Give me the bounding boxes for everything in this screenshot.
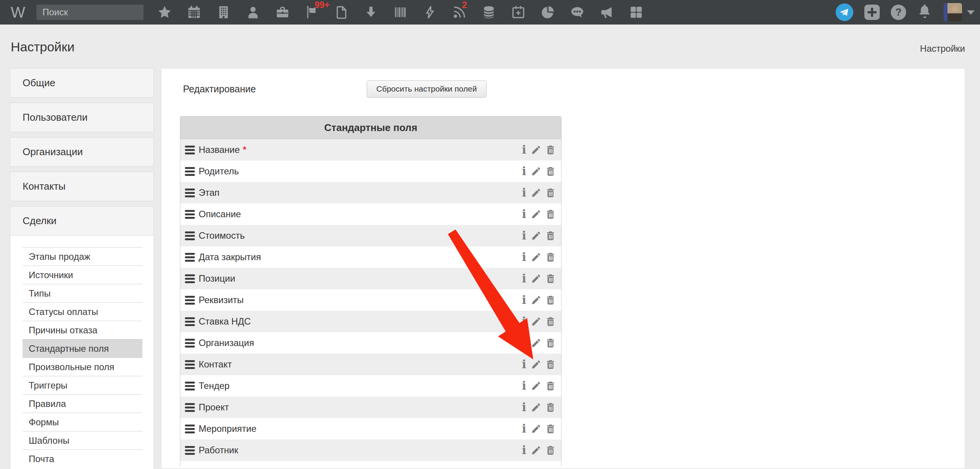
edit-pencil-icon[interactable] [531, 295, 541, 305]
calendar-plus-icon[interactable] [511, 5, 526, 20]
edit-pencil-icon[interactable] [531, 359, 541, 370]
delete-trash-icon[interactable] [545, 209, 556, 220]
edit-pencil-icon[interactable] [531, 166, 541, 177]
drag-handle-icon[interactable] [185, 274, 195, 283]
delete-trash-icon[interactable] [545, 187, 556, 198]
edit-pencil-icon[interactable] [531, 209, 541, 220]
edit-pencil-icon[interactable] [531, 230, 541, 241]
drag-handle-icon[interactable] [185, 146, 195, 154]
app-logo[interactable]: W [11, 4, 28, 21]
edit-pencil-icon[interactable] [531, 423, 541, 434]
submenu-item-custom-fields[interactable]: Произвольные поля [23, 357, 142, 376]
edit-pencil-icon[interactable] [531, 338, 541, 348]
sidebar-item-deals[interactable]: Сделки [10, 206, 154, 236]
info-icon[interactable]: i [521, 251, 527, 263]
info-icon[interactable]: i [521, 230, 527, 241]
drag-handle-icon[interactable] [185, 189, 195, 197]
briefcase-icon[interactable] [275, 5, 290, 20]
file-icon[interactable] [334, 5, 349, 20]
info-icon[interactable]: i [521, 208, 527, 220]
info-icon[interactable]: i [521, 316, 527, 327]
telegram-icon[interactable] [836, 3, 853, 21]
help-question-icon[interactable]: ? [891, 5, 906, 20]
delete-trash-icon[interactable] [545, 338, 556, 348]
delete-trash-icon[interactable] [545, 423, 556, 434]
submenu-item-mail[interactable]: Почта [23, 449, 142, 468]
drag-handle-icon[interactable] [185, 231, 195, 240]
submenu-item-payment-statuses[interactable]: Статусы оплаты [23, 302, 142, 321]
flag-icon[interactable]: 99+ [305, 5, 319, 20]
info-icon[interactable]: i [521, 187, 527, 198]
calendar-icon[interactable] [187, 5, 201, 20]
sidebar-item-contacts[interactable]: Контакты [10, 172, 154, 201]
sidebar-item-general[interactable]: Общие [10, 68, 154, 98]
download-arrow-icon[interactable] [364, 5, 378, 20]
drag-handle-icon[interactable] [185, 446, 195, 455]
edit-pencil-icon[interactable] [531, 380, 541, 391]
delete-trash-icon[interactable] [545, 252, 556, 262]
submenu-item-rules[interactable]: Правила [23, 394, 142, 413]
barcode-icon[interactable] [393, 5, 408, 20]
drag-handle-icon[interactable] [185, 253, 195, 262]
drag-handle-icon[interactable] [185, 317, 195, 326]
edit-pencil-icon[interactable] [531, 445, 541, 456]
drag-handle-icon[interactable] [185, 210, 195, 219]
rss-icon[interactable]: 2 [452, 5, 467, 20]
drag-handle-icon[interactable] [185, 339, 195, 348]
submenu-item-standard-fields[interactable]: Стандартные поля [23, 339, 142, 357]
submenu-item-forms[interactable]: Формы [23, 413, 142, 431]
delete-trash-icon[interactable] [545, 273, 556, 284]
bolt-icon[interactable] [423, 5, 437, 20]
star-icon[interactable] [157, 5, 172, 20]
delete-trash-icon[interactable] [545, 402, 556, 413]
info-icon[interactable]: i [521, 166, 527, 177]
add-plus-icon[interactable] [864, 5, 880, 20]
user-avatar-photo[interactable] [944, 3, 962, 21]
drag-handle-icon[interactable] [185, 360, 195, 369]
info-icon[interactable]: i [521, 294, 527, 306]
breadcrumb[interactable]: Настройки [920, 41, 965, 56]
submenu-item-types[interactable]: Типы [23, 284, 142, 302]
info-icon[interactable]: i [521, 423, 527, 435]
building-icon[interactable] [216, 5, 231, 20]
grid-apps-icon[interactable] [629, 5, 644, 20]
delete-trash-icon[interactable] [545, 295, 556, 305]
sidebar-item-organizations[interactable]: Организации [10, 137, 154, 167]
search-input[interactable] [36, 5, 144, 20]
drag-handle-icon[interactable] [185, 167, 195, 176]
delete-trash-icon[interactable] [545, 445, 556, 456]
drag-handle-icon[interactable] [185, 296, 195, 305]
edit-pencil-icon[interactable] [531, 402, 541, 413]
info-icon[interactable]: i [521, 144, 527, 156]
submenu-item-sales-stages[interactable]: Этапы продаж [23, 247, 142, 266]
drag-handle-icon[interactable] [185, 425, 195, 433]
delete-trash-icon[interactable] [545, 380, 556, 391]
edit-pencil-icon[interactable] [531, 252, 541, 262]
info-icon[interactable]: i [521, 444, 527, 456]
delete-trash-icon[interactable] [545, 316, 556, 327]
submenu-item-triggers[interactable]: Триггеры [23, 376, 142, 394]
drag-handle-icon[interactable] [185, 403, 195, 412]
delete-trash-icon[interactable] [545, 359, 556, 370]
info-icon[interactable]: i [521, 359, 527, 370]
chevron-down-icon[interactable] [967, 10, 975, 15]
info-icon[interactable]: i [521, 337, 527, 349]
user-icon[interactable] [246, 5, 260, 20]
notifications-bell-icon[interactable] [917, 4, 933, 21]
edit-pencil-icon[interactable] [531, 187, 541, 198]
chat-icon[interactable] [570, 5, 585, 20]
submenu-item-sources[interactable]: Источники [23, 266, 142, 284]
drag-handle-icon[interactable] [185, 382, 195, 390]
delete-trash-icon[interactable] [545, 166, 556, 177]
submenu-item-rejection-reasons[interactable]: Причины отказа [23, 321, 142, 339]
info-icon[interactable]: i [521, 273, 527, 284]
database-icon[interactable] [482, 5, 496, 20]
edit-pencil-icon[interactable] [531, 273, 541, 284]
delete-trash-icon[interactable] [545, 144, 556, 155]
pie-chart-icon[interactable] [541, 5, 555, 20]
reset-fields-button[interactable]: Сбросить настройки полей [367, 80, 487, 98]
info-icon[interactable]: i [521, 380, 527, 392]
edit-pencil-icon[interactable] [531, 316, 541, 327]
edit-pencil-icon[interactable] [531, 144, 541, 155]
delete-trash-icon[interactable] [545, 230, 556, 241]
